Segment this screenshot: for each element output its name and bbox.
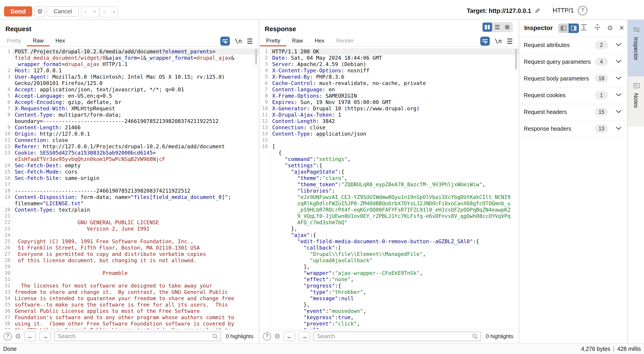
layout-single-icon[interactable] — [502, 23, 512, 32]
inspector-section-request-attributes[interactable]: Request attributes2 — [519, 37, 628, 54]
dock-right-icon[interactable] — [568, 23, 579, 33]
code-line: ], — [259, 264, 519, 270]
send-settings-gear-icon[interactable]: ⚙ — [34, 6, 45, 17]
expand-all-icon[interactable] — [580, 23, 588, 32]
tab-pretty[interactable]: Pretty — [260, 36, 286, 46]
line-number — [259, 289, 270, 295]
dock-left-icon[interactable] — [558, 23, 568, 33]
side-tab-inspector[interactable]: Inspector — [628, 20, 644, 76]
line-number: 2 — [0, 67, 13, 74]
tab-render[interactable]: Render — [330, 36, 360, 46]
chevron-down-icon[interactable] — [616, 126, 622, 131]
code-line: 25 Copyright (C) 1989, 1991 Free Softwar… — [0, 238, 259, 245]
inspector-section-request-query-parameters[interactable]: Request query parameters4 — [519, 54, 628, 71]
tab-hex[interactable]: Hex — [309, 36, 330, 46]
line-number — [259, 245, 270, 251]
code-line: eIsHfaaETVr3av95yvbqQhzn0kom1P5wPcNSqB2V… — [0, 156, 259, 162]
line-number: 8 — [259, 93, 270, 99]
count-badge: 2 — [595, 41, 608, 49]
line-number — [259, 207, 270, 213]
code-line: "ajax":{ — [259, 232, 519, 238]
code-line: 13Cookie: SESS05d4275ca1538832b5ab92000b… — [0, 150, 259, 156]
response-editor[interactable]: 1HTTP/1.1 200 OK2Date: Sat, 04 May 2024 … — [259, 47, 519, 329]
line-number: 7 — [259, 86, 270, 93]
search-help-icon[interactable]: ? — [4, 332, 12, 341]
edit-target-pencil-icon[interactable]: ✎ — [534, 7, 540, 15]
send-button[interactable]: Send — [4, 6, 32, 16]
line-number — [259, 213, 270, 219]
line-number — [0, 61, 13, 67]
code-line: 3Server: Apache/2.4.59 (Debian) — [259, 61, 519, 67]
search-prev-button[interactable]: ← — [24, 331, 36, 341]
layout-rows-icon[interactable] — [492, 23, 502, 32]
line-number: 12 — [259, 118, 270, 124]
word-wrap-icon[interactable] — [220, 37, 230, 46]
previous-request-button[interactable]: ‹ ▼ — [81, 6, 99, 17]
next-request-button[interactable]: › ▼ — [100, 6, 118, 17]
caret-down-icon[interactable]: ▼ — [112, 10, 116, 14]
search-next-button[interactable]: → — [39, 331, 51, 341]
help-icon[interactable]: ? — [578, 6, 588, 15]
show-newlines-icon[interactable]: \n — [235, 38, 242, 44]
request-editor[interactable]: 1POST /Projects/drupal-10.2.6/media/add/… — [0, 47, 259, 329]
chevron-down-icon[interactable] — [616, 76, 622, 81]
notes-tab-icon — [632, 82, 640, 89]
response-scrollbar[interactable] — [515, 49, 517, 70]
status-bar: Done 4,276 bytes | 428 millis — [0, 343, 644, 354]
word-wrap-icon[interactable] — [480, 37, 490, 46]
line-number: 32 — [0, 283, 13, 289]
line-number — [0, 118, 13, 124]
search-help-icon[interactable]: ? — [263, 332, 271, 341]
line-number: 14 — [259, 131, 270, 137]
search-next-button[interactable]: → — [298, 331, 310, 341]
inspector-section-request-headers[interactable]: Request headers15 — [519, 104, 628, 121]
inspector-section-request-body-parameters[interactable]: Request body parameters18 — [519, 70, 628, 87]
request-search-input[interactable] — [54, 332, 221, 341]
editor-menu-icon[interactable]: ☰ — [507, 37, 513, 45]
response-time: 428 millis — [617, 346, 641, 352]
inspector-section-response-headers[interactable]: Response headers13 — [519, 121, 628, 138]
code-line: 23 Version 2, June 1991 — [0, 226, 259, 232]
code-line: zqRlkgDdlcFWZoISJP8-ZM40dBBQoOrbX7DYsLJ2… — [259, 200, 519, 207]
line-number — [259, 226, 270, 232]
chevron-down-icon[interactable] — [616, 93, 622, 97]
tab-raw[interactable]: Raw — [27, 36, 50, 46]
line-number — [259, 283, 270, 289]
inspector-close-icon[interactable]: ✕ — [619, 24, 624, 32]
response-tabbar: PrettyRawHexRender — [260, 36, 360, 46]
code-line: 12Referer: http://127.0.0.1/Projects/dru… — [0, 143, 259, 150]
side-tab-notes[interactable]: Notes — [628, 76, 644, 127]
code-line: 6Cache-Control: must-revalidate, no-cach… — [259, 80, 519, 86]
code-line: 28 of this license document, but changin… — [0, 257, 259, 264]
chevron-down-icon[interactable] — [616, 43, 622, 47]
code-line: 7X-Requested-With: XMLHttpRequest — [0, 105, 259, 112]
search-settings-gear-icon[interactable]: ⚙ — [274, 332, 280, 340]
search-settings-gear-icon[interactable]: ⚙ — [15, 332, 21, 340]
line-number: 18 — [0, 188, 13, 194]
show-newlines-icon[interactable]: \n — [495, 38, 502, 44]
collapse-all-icon[interactable] — [594, 23, 601, 32]
layout-columns-icon[interactable] — [482, 23, 492, 32]
tab-hex[interactable]: Hex — [50, 36, 71, 46]
inspector-settings-gear-icon[interactable]: ⚙ — [607, 24, 613, 32]
line-number: 1 — [0, 48, 13, 55]
chevron-down-icon[interactable] — [616, 110, 622, 114]
code-line: "effect":"none", — [259, 276, 519, 283]
line-number — [0, 55, 13, 61]
tab-pretty[interactable]: Pretty — [1, 36, 27, 46]
inspector-section-request-cookies[interactable]: Request cookies1 — [519, 87, 628, 104]
caret-down-icon[interactable]: ▼ — [93, 10, 97, 14]
http-version-selector[interactable]: HTTP/1 — [553, 7, 574, 14]
line-number — [259, 308, 270, 314]
cancel-button[interactable]: Cancel — [47, 6, 79, 16]
top-toolbar: Send ⚙ Cancel ‹ ▼ › ▼ Target: http://127… — [0, 0, 644, 20]
tab-raw[interactable]: Raw — [286, 36, 309, 46]
line-number: 20 — [0, 207, 13, 213]
request-scrollbar[interactable] — [255, 49, 257, 65]
editor-menu-icon[interactable]: ☰ — [247, 37, 253, 45]
line-number: 11 — [259, 112, 270, 118]
response-search-input[interactable] — [314, 332, 481, 341]
chevron-down-icon[interactable] — [616, 59, 622, 64]
search-prev-button[interactable]: ← — [284, 331, 295, 341]
line-number: 34 — [0, 295, 13, 302]
